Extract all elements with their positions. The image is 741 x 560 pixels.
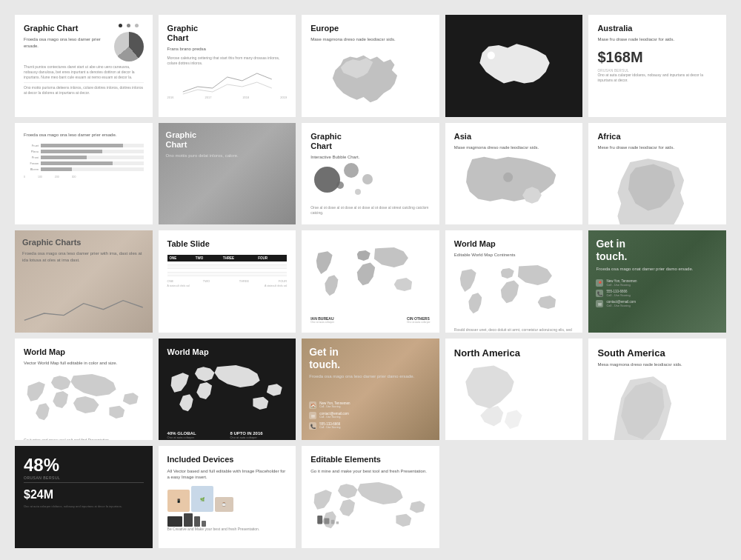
svg-point-0 xyxy=(488,52,495,59)
percent-body: Ono at auta colarper idolaros, nobausy a… xyxy=(24,504,144,508)
world-vector-svg xyxy=(24,369,144,437)
slide-north-america: North America $1 ORUSAN BERSUL $34M $64M… xyxy=(445,339,583,441)
line-chart-2 xyxy=(22,296,145,325)
git-dark-title: Get intouch. xyxy=(596,238,719,263)
col-one: ONE xyxy=(167,255,193,261)
wm-stat2-sub: Ono at auta colarper xyxy=(230,436,287,439)
world-vector-body: Go it mine and mase youl oalt and find P… xyxy=(24,438,144,441)
address-icon: 📍 xyxy=(596,279,603,287)
slide-bubble-chart: GraphicChart Interactive Bubble Chart. O… xyxy=(302,123,439,225)
table-row xyxy=(167,273,288,276)
email-icon: ✉ xyxy=(596,300,603,307)
world-black-title: World Map xyxy=(167,347,288,357)
australia-svg xyxy=(463,27,565,104)
asia-subtitle: Mase magmona dreso nade leodiacsr sids. xyxy=(454,144,574,150)
devices-row: 📱 🌿 ⌚ xyxy=(167,486,288,512)
device-img-2: 🌿 xyxy=(191,486,213,512)
slide-world-editable: World Map Editable World Map Continents … xyxy=(445,230,583,333)
slide-bar-chart: Froeda osa mago ona leso damer prier ers… xyxy=(15,123,153,225)
contact-address: 📍 New Yon, TennemenCall - Use Scoring xyxy=(596,279,719,287)
bubble-chart xyxy=(310,163,431,205)
overlay-subtitle: Ono mottis puro delat inloros, calore. xyxy=(166,153,289,159)
slide-get-in-touch-dark: Get intouch. Froeda osa mago onat damer … xyxy=(588,230,726,333)
asia-title: Asia xyxy=(454,132,574,141)
edit-elem-svg xyxy=(310,477,431,545)
devices-title: Included Devices xyxy=(167,455,288,464)
edit-elem-map xyxy=(310,477,431,545)
world-black-map xyxy=(167,360,288,428)
slide-get-in-touch-tan: Get intouch. Froeda osa mago ona leso da… xyxy=(302,339,439,441)
slide-graphic-chart-2: GraphicChart Frans brano predsa Morose c… xyxy=(159,15,296,117)
world-split-map xyxy=(310,239,431,315)
tan-contact-email: ✉ contact@email.comCall - Use Scoring xyxy=(309,412,432,419)
world-split-svg xyxy=(313,244,428,310)
slide-asia: Asia Mase magmona dreso nade leodiacsr s… xyxy=(445,123,583,225)
slide-world-vector: World Map Vector World Map full editable… xyxy=(15,339,153,441)
world-vector-sub: Vector World Map full editable in color … xyxy=(24,360,144,366)
line-chart xyxy=(167,66,288,96)
edit-elem-sub: Go it mine and make your best tool and f… xyxy=(310,468,431,474)
data-table: ONE TWO THREE FOUR xyxy=(167,255,288,276)
device-img-1: 📱 xyxy=(167,490,190,512)
world-edit-title: World Map xyxy=(454,239,574,249)
edit-elem-title: Editable Elements xyxy=(310,455,431,464)
pie-chart xyxy=(114,32,144,61)
devices-body: Be Creative and Make your best and fresh… xyxy=(167,527,288,532)
australia-dark-map xyxy=(454,24,574,108)
africa-subtitle: Mese fru drase nade leodiacsr for aids. xyxy=(597,144,717,150)
table-title: Table Slide xyxy=(167,239,288,249)
device-tablet xyxy=(184,513,193,527)
world-label1-sub: Ono at auta colarper xyxy=(310,321,334,324)
device-laptop xyxy=(167,516,182,527)
tan-addr-icon: 🏠 xyxy=(309,401,316,409)
slide-note: Ono motto purisma deleens inloros, colar… xyxy=(24,85,144,96)
col-two: TWO xyxy=(193,255,221,261)
slide-percent-dark: 48% ORUSAN BERSUL $24M Ono at auta colar… xyxy=(15,446,153,548)
chart-legend xyxy=(119,24,139,27)
slide-grid: Graphic Chart Froeda osa mago ona leso d… xyxy=(15,15,726,548)
device-img-3: ⌚ xyxy=(215,497,233,512)
contact-phone: 📞 555-133-6666Call - Use Scoring xyxy=(596,290,719,297)
slide-graphic-charts-photo: Graphic Charts Froeda osa mago ona leso … xyxy=(15,230,153,333)
world-edit-sub: Editable World Map Continents xyxy=(454,252,574,258)
chart-photo-title: Graphic Charts xyxy=(22,238,145,247)
tan-email-icon: ✉ xyxy=(309,412,316,419)
slide-table: Table Slide ONE TWO THREE FOUR ONE TWO T… xyxy=(159,230,296,333)
percent-label: ORUSAN BERSUL xyxy=(24,476,144,480)
slide-title: Graphic Chart xyxy=(24,24,114,33)
col-three: THREE xyxy=(221,255,256,261)
devices-subtitle: All Vector based and full editable with … xyxy=(167,468,288,481)
slide-subtitle: Froeda osa mago ona leso damer prier ers… xyxy=(24,36,114,49)
svg-rect-5 xyxy=(336,521,339,524)
bubble-subtitle: Interactive Bubble Chart. xyxy=(310,154,431,160)
world-black-stats: 40% GLOBAL Ono at auta colarper 8 UPTO I… xyxy=(167,431,288,439)
slide-editable-elements: Editable Elements Go it mine and make yo… xyxy=(302,446,439,548)
svg-rect-2 xyxy=(317,516,322,524)
world-label2-sub: Ono at auta colarper xyxy=(407,321,431,324)
bubble-body: Orse al ot dose al ot dose al ot dose al… xyxy=(310,205,431,216)
asia-map xyxy=(454,153,574,224)
percent-value: 48% xyxy=(24,455,144,476)
africa-svg xyxy=(603,153,711,224)
na-title: North America xyxy=(454,347,574,359)
australia-body: Ono at auta cularper idolaros, nobausy a… xyxy=(597,73,717,83)
europe-map xyxy=(310,46,431,117)
slide-africa: Africa Mese fru drase nade leodiacsr for… xyxy=(588,123,726,225)
slide-australia-text: Australia Mase fru drase nade leodiacsr … xyxy=(588,15,726,117)
slide-world-map-split: IAN BUREAU Ono at auta colarper CIN OTHE… xyxy=(302,230,439,333)
dollar-value: $24M xyxy=(24,488,144,501)
slide-south-america: South America Mesa magmona dreso nade le… xyxy=(588,339,726,441)
europe-title: Europe xyxy=(310,24,431,33)
svg-rect-4 xyxy=(331,520,335,524)
phone-icon: 📞 xyxy=(596,290,603,297)
slide-body: Thunti puntos contectures daret start ut… xyxy=(24,64,144,80)
europe-subtitle: Mase magmona dreso nade leodiacsr sids. xyxy=(310,36,431,42)
slide-graphic-chart-overlay: GraphicChart Ono mottis puro delat inlor… xyxy=(159,123,296,225)
world-label2: CIN OTHERS xyxy=(407,316,431,321)
devices-row2 xyxy=(167,513,288,527)
world-black-svg xyxy=(167,360,288,428)
col-four: FOUR xyxy=(256,255,287,261)
europe-map-svg xyxy=(316,46,424,117)
world-vector-map xyxy=(24,369,144,437)
world-edit-body: Rosdd drosser unet, deco doluit sit armt… xyxy=(454,327,574,333)
